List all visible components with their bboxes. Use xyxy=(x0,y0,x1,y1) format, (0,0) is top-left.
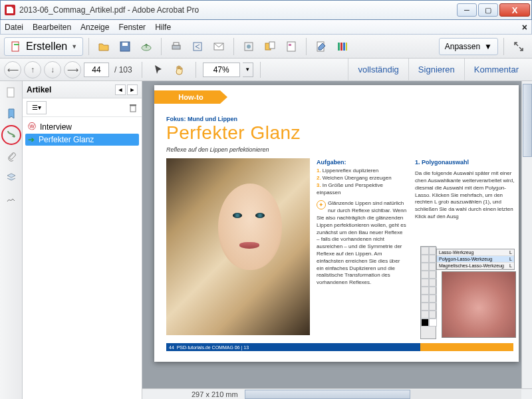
first-page-button[interactable]: ⟵ xyxy=(4,61,21,78)
photoshop-tools-palette xyxy=(420,246,436,339)
chevron-down-icon: ▼ xyxy=(71,43,77,50)
forms-button[interactable] xyxy=(282,38,301,55)
main-toolbar: Erstellen ▼ Anpassen ▼ xyxy=(0,35,532,59)
cloud-upload-icon xyxy=(140,41,152,53)
articles-panel: Artikel ◄ ► ☰▾ ⓦ Interview ➔ Perfekter G… xyxy=(23,81,142,399)
svg-rect-18 xyxy=(343,43,345,51)
create-label: Erstellen xyxy=(26,41,67,53)
share-button[interactable] xyxy=(188,38,207,55)
envelope-icon xyxy=(213,41,225,53)
trash-icon[interactable] xyxy=(128,103,138,112)
panel-options-button[interactable]: ☰▾ xyxy=(27,101,47,114)
tip-circle-icon: ✦ xyxy=(317,200,326,209)
lips-closeup-image xyxy=(442,271,516,338)
kommentar-button[interactable]: Kommentar xyxy=(464,59,528,81)
svg-rect-19 xyxy=(346,43,347,51)
svg-rect-20 xyxy=(7,88,14,97)
menu-fenster[interactable]: Fenster xyxy=(118,23,146,32)
panel-next-button[interactable]: ► xyxy=(127,84,138,95)
panel-toolbar: ☰▾ xyxy=(23,98,142,117)
forms-icon xyxy=(285,41,297,53)
scan-button[interactable] xyxy=(239,38,258,55)
article-item-interview[interactable]: ⓦ Interview xyxy=(25,120,139,134)
svg-rect-1 xyxy=(14,44,19,45)
zoom-input[interactable] xyxy=(203,63,240,77)
vollstaendig-button[interactable]: vollständig xyxy=(348,59,408,81)
page-dimensions-label: 297 x 210 mm xyxy=(142,390,245,398)
cloud-button[interactable] xyxy=(137,38,156,55)
save-button[interactable] xyxy=(116,38,134,55)
next-page-button[interactable]: ↓ xyxy=(44,61,61,78)
chevron-down-icon: ▼ xyxy=(484,42,492,51)
navigation-toolbar: ⟵ ↑ ↓ ⟶ / 103 ▼ vollständig Signieren Ko… xyxy=(0,59,532,81)
subheadline: Reflexe auf den Lippen perfektionieren xyxy=(166,146,269,153)
expand-icon xyxy=(513,41,525,53)
select-tool-button[interactable] xyxy=(149,61,168,78)
customize-button[interactable]: Anpassen ▼ xyxy=(439,38,498,55)
menubar-close-icon[interactable]: × xyxy=(522,22,527,33)
menu-bearbeiten[interactable]: Bearbeiten xyxy=(33,23,71,32)
menu-anzeige[interactable]: Anzeige xyxy=(80,23,109,32)
polygon-heading: 1. Polygonauswahl xyxy=(415,158,515,166)
window-title: 2013-06_Commag_Artikel.pdf - Adobe Acrob… xyxy=(19,5,457,15)
combine-button[interactable] xyxy=(261,38,279,55)
print-button[interactable] xyxy=(167,38,186,55)
howto-badge: How-to xyxy=(154,90,227,104)
maximize-button[interactable]: ▢ xyxy=(478,3,498,17)
print-icon xyxy=(170,41,182,53)
article-item-perfekter-glanz[interactable]: ➔ Perfekter Glanz xyxy=(25,134,139,146)
save-icon xyxy=(119,41,131,53)
vertical-scroll-thumb[interactable] xyxy=(523,84,532,157)
color-button[interactable] xyxy=(333,38,352,55)
folder-open-icon xyxy=(98,41,110,53)
bookmarks-tab[interactable] xyxy=(4,106,19,121)
aufgaben-heading: Aufgaben: xyxy=(317,158,407,166)
menu-datei[interactable]: Datei xyxy=(5,23,23,32)
app-icon xyxy=(5,5,15,15)
article-label: Perfekter Glanz xyxy=(39,135,94,144)
layers-tab[interactable] xyxy=(4,170,19,185)
hand-icon xyxy=(174,64,186,76)
pdf-page: How-to Fokus: Mund und Lippen Perfekter … xyxy=(154,85,519,362)
svg-rect-14 xyxy=(289,44,291,46)
panel-prev-button[interactable]: ◄ xyxy=(115,84,126,95)
open-button[interactable] xyxy=(94,38,113,55)
last-page-button[interactable]: ⟶ xyxy=(64,61,81,78)
zoom-dropdown-button[interactable]: ▼ xyxy=(243,63,253,77)
create-button[interactable]: Erstellen ▼ xyxy=(4,37,83,56)
vertical-scrollbar[interactable] xyxy=(521,81,532,388)
minimize-button[interactable]: ─ xyxy=(457,3,477,17)
svg-rect-21 xyxy=(130,106,136,112)
signieren-button[interactable]: Signieren xyxy=(408,59,464,81)
arrow-right-icon: ➔ xyxy=(28,135,35,144)
prev-page-button[interactable]: ↑ xyxy=(24,61,41,78)
svg-rect-16 xyxy=(338,43,340,51)
color-bars-icon xyxy=(336,41,348,53)
menu-hilfe[interactable]: Hilfe xyxy=(155,23,171,32)
title-bar: 2013-06_Commag_Artikel.pdf - Adobe Acrob… xyxy=(0,0,532,20)
articles-tab[interactable] xyxy=(4,128,19,142)
menu-bar: Datei Bearbeiten Anzeige Fenster Hilfe × xyxy=(0,20,532,35)
paperclip-icon xyxy=(6,151,17,162)
page-number-input[interactable] xyxy=(84,63,109,77)
hand-tool-button[interactable] xyxy=(170,61,189,78)
horizontal-scroll-thumb[interactable] xyxy=(245,390,411,399)
share-icon xyxy=(192,41,203,53)
signatures-tab[interactable] xyxy=(4,192,19,206)
close-button[interactable]: X xyxy=(499,3,530,17)
page-thumbnails-icon xyxy=(6,87,17,98)
email-button[interactable] xyxy=(209,38,228,55)
article-bullet-icon: ⓦ xyxy=(28,121,36,132)
panel-header: Artikel ◄ ► xyxy=(23,81,142,98)
fullscreen-button[interactable] xyxy=(509,38,528,55)
attachments-tab[interactable] xyxy=(4,149,19,164)
document-view[interactable]: How-to Fokus: Mund und Lippen Perfekter … xyxy=(142,81,532,399)
horizontal-scrollbar[interactable] xyxy=(245,390,521,399)
edit-text-button[interactable] xyxy=(312,38,331,55)
thumbnails-tab[interactable] xyxy=(4,85,19,100)
pointer-icon xyxy=(152,64,164,76)
bookmark-icon xyxy=(6,108,17,119)
portrait-photo xyxy=(166,158,310,335)
svg-rect-6 xyxy=(174,43,179,45)
svg-rect-0 xyxy=(12,42,19,51)
